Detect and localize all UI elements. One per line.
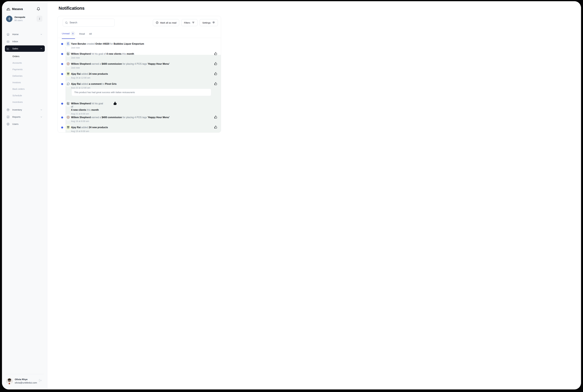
sidebar-item-inventory[interactable]: Inventory [5,106,45,113]
comment-text: This product has had great success with … [74,91,135,94]
main-content: Notifications Mark all as read Filters [47,1,233,157]
target-icon [65,50,71,57]
inbox-icon [6,40,10,43]
sidebar-subitem-invoices[interactable]: Invoices [12,81,21,84]
unread-count-badge: 8 [71,32,75,36]
thumbs-up-icon[interactable] [214,82,218,86]
gear-icon [212,21,215,24]
thumbs-up-icon[interactable] [214,115,218,119]
archive-icon [65,124,71,130]
file-plus-icon [65,40,71,47]
notification-timestamp: Just now [71,56,134,59]
sidebar-subitem-orders[interactable]: Orders [12,55,19,58]
notification-row[interactable]: Ajay Rai added 24 new productsAug 24 at … [71,72,108,79]
bell-icon[interactable] [36,7,40,11]
notification-timestamp: Aug 21 at 8:00 am [71,112,105,115]
notification-row[interactable]: Ajay Rai added a comment to Pinot GrisAu… [71,82,117,89]
sidebar-item-reports[interactable]: Reports [5,114,45,120]
unread-dot [61,73,63,75]
sidebar-subitem-incentives[interactable]: Incentives [12,101,23,103]
filters-label: Filters [184,22,190,24]
notification-row[interactable]: Yann Berube created Order #4020 for Bubb… [71,42,144,49]
chevron-down-icon [40,33,43,36]
sidebar-subitem-accounts[interactable]: Accounts [12,62,22,64]
sidebar-item-label: Users [12,123,43,126]
notification-list: Yann Berube created Order #4020 for Bubb… [58,38,221,132]
bar-chart-icon [6,115,10,118]
mark-all-read-button[interactable]: Mark all as read [153,19,179,26]
sidebar-item-label: Sales [12,47,40,50]
unread-dot [61,126,63,128]
notification-text: Willem Shepherd hit his goal of 4 new cl… [71,52,134,56]
comment-box: This product has had great success with … [71,88,211,96]
notification-text: Ajay Rai added 24 new products [71,126,108,129]
app-name: Masava [12,7,23,11]
notification-timestamp: Aug 16 at 8:00 am [71,120,170,122]
search-box [63,19,115,26]
search-input[interactable] [69,21,112,24]
notification-timestamp: Just now [71,46,144,49]
org-switcher[interactable]: Oenopole 86 users [6,15,45,23]
unread-dot [61,53,63,55]
chevron-up-icon [40,47,43,50]
thumbs-up-icon[interactable] [214,125,218,129]
tab-label: All [89,32,92,35]
notification-row[interactable]: Willem Shepherd hit his goal of 4 new cl… [71,102,105,115]
user-circle-icon [6,122,10,126]
notification-timestamp: Just now [71,66,170,69]
filters-button[interactable]: Filters [181,19,197,26]
notifications-card: Mark all as read Filters Settings Unread… [57,16,221,132]
unread-dot [61,43,63,45]
sidebar-item-inbox[interactable]: Inbox [5,38,45,45]
home-icon [6,33,10,36]
percent-icon [65,60,71,67]
sidebar-item-sales[interactable]: Sales [5,46,45,52]
chevron-down-icon [40,116,43,118]
sidebar-subitem-payments[interactable]: Payments [12,68,23,70]
app-window: Masava Oenopole 86 users HomeInboxSalesO… [2,1,233,157]
notification-row[interactable]: Willem Shepherd earned a $400 commission… [71,62,170,69]
timeline-connector [65,47,66,132]
chart-line-icon [6,47,10,50]
archive-icon [65,70,71,77]
sidebar-item-label: Home [12,33,40,36]
notification-text: Willem Shepherd earned a $400 commission… [71,62,170,66]
org-name: Oenopole [14,16,25,18]
sidebar: Masava Oenopole 86 users HomeInboxSalesO… [2,1,47,157]
notification-timestamp: Aug 24 at 12:00 am [71,76,108,79]
sidebar-item-label: Inbox [12,40,43,43]
notification-text: Yann Berube created Order #4020 for Bubb… [71,42,144,46]
sidebar-subitem-deliveries[interactable]: Deliveries [12,74,22,77]
sidebar-subitem-back-orders[interactable]: Back orders [12,88,24,90]
org-menu-button[interactable] [36,16,42,22]
mountain-logo-icon [6,7,11,11]
logo: Masava [6,7,44,11]
notification-row[interactable]: Ajay Rai added 24 new productsAug 15 at … [71,126,108,132]
notification-row[interactable]: Willem Shepherd hit his goal of 4 new cl… [71,52,134,59]
toolbar: Mark all as read Filters Settings [153,19,218,26]
page-title: Notifications [59,6,84,11]
notification-text: Ajay Rai added a comment to Pinot Gris [71,82,117,86]
sidebar-item-users[interactable]: Users [5,121,45,127]
thumbs-up-icon[interactable] [214,72,218,76]
thumbs-up-filled-icon[interactable] [113,101,117,106]
percent-icon [65,114,71,120]
tab-label: Unread [62,32,69,35]
org-user-count: 86 users [14,19,23,22]
unread-dot [61,103,63,105]
notification-row[interactable]: Willem Shepherd earned a $400 commission… [71,116,170,122]
notification-text: Willem Shepherd earned a $400 commission… [71,116,170,119]
box-icon [6,108,10,112]
tab-label: Read [79,32,85,35]
thumbs-up-icon[interactable] [214,62,218,66]
sidebar-item-home[interactable]: Home [5,31,45,38]
search-icon [65,21,68,24]
message-icon [65,81,71,87]
sidebar-subitem-schedule[interactable]: Schedule [12,94,22,97]
settings-button[interactable]: Settings [200,19,218,26]
unread-dot [61,83,63,85]
notification-timestamp: Aug 15 at 8:00 am [71,130,108,132]
notification-text: Ajay Rai added 24 new products [71,72,108,76]
thumbs-up-icon[interactable] [214,52,218,56]
notification-text: Willem Shepherd hit his goal of 4 new cl… [71,102,105,112]
